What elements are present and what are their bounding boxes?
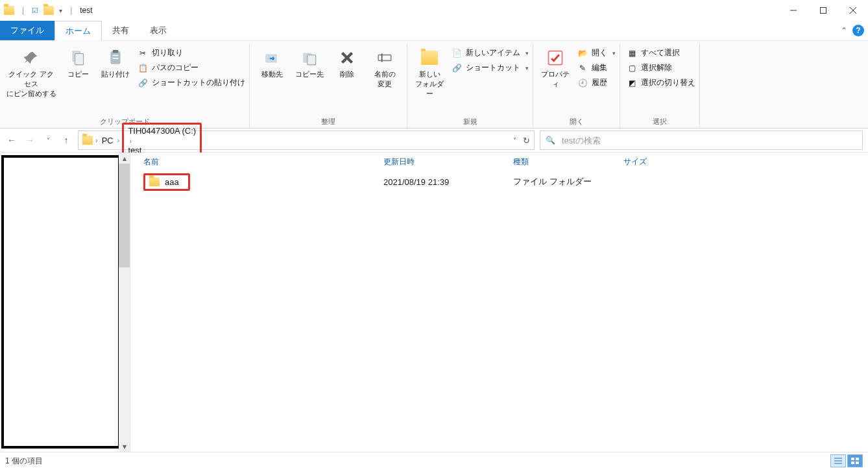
select-all-button[interactable]: ▦すべて選択 [627,47,695,58]
copy-path-button[interactable]: 📋パスのコピー [138,62,245,73]
new-folder-button[interactable]: 新しい フォルダー [411,46,448,100]
group-clipboard: クイック アクセス にピン留めする コピー 貼り付け ✂切り取り 📋パスのコピー… [0,43,250,128]
col-size[interactable]: サイズ [623,156,868,167]
col-type[interactable]: 種類 [513,156,623,167]
paste-label: 貼り付け [101,69,130,79]
breadcrumb-pc-label: PC [102,136,114,145]
group-label-open: 開く [570,114,584,128]
select-none-button[interactable]: ▢選択解除 [627,62,695,73]
item-type: ファイル フォルダー [513,176,623,188]
recent-dropdown[interactable]: ˅ [42,137,54,144]
svg-rect-24 [856,462,859,464]
redacted-nav-tree [1,155,121,449]
properties-button[interactable]: プロパティ [537,46,573,90]
close-button[interactable] [838,0,868,21]
move-to-icon [261,47,282,68]
paste-button[interactable]: 貼り付け [97,46,134,80]
minimize-button[interactable] [778,0,808,21]
maximize-button[interactable] [808,0,838,21]
open-label: 開く [592,47,607,58]
refresh-icon[interactable]: ↻ [523,136,530,145]
window-title: test [80,6,92,15]
search-icon: 🔍 [546,136,555,145]
col-name[interactable]: 名前 [130,156,383,167]
search-box[interactable]: 🔍 [540,130,863,150]
navigation-pane[interactable]: ▴ ▾ [0,153,130,452]
window-controls [778,0,868,21]
quick-access-toolbar: | ☑ ▾ | test [0,6,93,15]
svg-rect-22 [856,458,859,460]
copy-button[interactable]: コピー [60,46,96,80]
copy-to-label: コピー先 [295,69,324,79]
paste-shortcut-button[interactable]: 🔗ショートカットの貼り付け [138,77,245,88]
paste-shortcut-label: ショートカットの貼り付け [152,77,245,88]
new-item-button[interactable]: 📄新しいアイテム▾ [452,47,529,58]
forward-button[interactable]: → [23,135,36,145]
address-right: ˅ ↻ [513,136,530,145]
address-dropdown-icon[interactable]: ˅ [513,137,516,144]
item-date: 2021/08/19 21:39 [383,177,513,187]
thumbnails-view-button[interactable] [847,454,863,467]
paste-icon [105,47,126,68]
pin-quickaccess-button[interactable]: クイック アクセス にピン留めする [4,46,58,100]
help-icon[interactable]: ? [852,25,864,36]
delete-icon [337,47,357,68]
collapse-ribbon-icon[interactable]: ⌃ [841,26,847,35]
open-button[interactable]: 📂開く▾ [577,47,616,58]
cut-button[interactable]: ✂切り取り [138,47,245,58]
new-folder-label: 新しい フォルダー [413,69,446,99]
column-headers: 名前 更新日時 種類 サイズ [130,153,868,171]
svg-rect-7 [113,50,119,53]
body-area: ▴ ▾ 名前 更新日時 種類 サイズ aaa 2021/08/19 21:39 … [0,153,868,452]
details-view-button[interactable] [830,454,846,467]
scroll-thumb[interactable] [119,164,130,267]
qat-dropdown-icon[interactable]: ▾ [59,7,62,14]
properties-icon [545,47,566,68]
title-separator: | [70,6,72,15]
qat-checkbox-icon[interactable]: ☑ [32,6,38,15]
delete-button[interactable]: 削除 [329,46,365,80]
folder-icon [149,177,160,186]
history-button[interactable]: 🕘履歴 [577,77,616,88]
chevron-right-icon[interactable]: › [117,136,120,144]
list-item[interactable]: aaa 2021/08/19 21:39 ファイル フォルダー [130,171,868,193]
group-label-new: 新規 [463,114,477,128]
status-count: 1 個の項目 [5,456,43,467]
group-new: 新しい フォルダー 📄新しいアイテム▾ 🔗ショートカット▾ 新規 [407,43,533,128]
group-label-select: 選択 [653,114,667,128]
open-icon: 📂 [577,48,588,58]
address-bar[interactable]: › PC › TIH0447300A (C:) › test ˅ ↻ [78,130,535,150]
copy-to-button[interactable]: コピー先 [291,46,328,80]
shortcut-button[interactable]: 🔗ショートカット▾ [452,62,529,73]
pin-label: クイック アクセス にピン留めする [5,69,57,99]
item-highlight: aaa [143,173,190,191]
svg-rect-21 [851,458,854,460]
new-folder-icon [419,47,440,68]
back-button[interactable]: ← [5,135,18,145]
rename-button[interactable]: 名前の 変更 [367,46,403,90]
breadcrumb-drive-label: TIH0447300A (C:) [128,126,196,136]
move-to-button[interactable]: 移動先 [254,46,290,80]
up-button[interactable]: ↑ [60,135,73,145]
edit-button[interactable]: ✎編集 [577,62,616,73]
tab-home[interactable]: ホーム [54,21,102,41]
scroll-down-icon[interactable]: ▾ [119,441,130,452]
breadcrumb-pc[interactable]: PC [101,136,115,145]
tab-share[interactable]: 共有 [102,21,139,40]
chevron-right-icon[interactable]: › [129,137,132,145]
search-input[interactable] [561,135,857,146]
view-toggle [830,454,863,467]
item-name: aaa [165,177,179,187]
svg-rect-23 [851,462,854,464]
col-date[interactable]: 更新日時 [383,156,513,167]
shortcut-label: ショートカット [466,62,520,73]
file-list: 名前 更新日時 種類 サイズ aaa 2021/08/19 21:39 ファイル… [130,153,868,452]
breadcrumb-drive[interactable]: TIH0447300A (C:) [127,126,197,136]
tab-file[interactable]: ファイル [0,21,54,40]
invert-selection-button[interactable]: ◩選択の切り替え [627,77,695,88]
nav-scrollbar[interactable]: ▴ ▾ [119,153,130,452]
cut-label: 切り取り [152,47,183,58]
scroll-up-icon[interactable]: ▴ [119,153,130,164]
chevron-right-icon[interactable]: › [95,136,98,144]
tab-view[interactable]: 表示 [139,21,177,40]
